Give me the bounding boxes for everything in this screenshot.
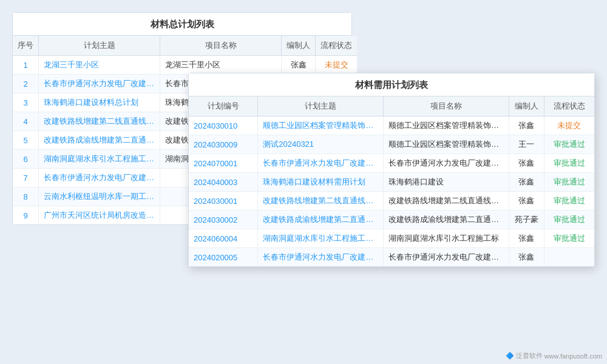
- table1-cell-seq: 5: [13, 131, 39, 150]
- watermark-name: 泛普软件: [516, 351, 543, 360]
- table2-cell-status: 审批通过: [544, 154, 594, 173]
- table1-cell-status: 未提交: [316, 56, 358, 75]
- table1-cell-project: 龙湖三千里小区: [160, 56, 282, 75]
- table2-row[interactable]: 2024060004 湖南洞庭湖水库引水工程施工标材料... 湖南洞庭湖水库引水…: [189, 229, 594, 248]
- table2-cell-editor: 张鑫: [509, 116, 544, 135]
- table1-cell-seq: 4: [13, 112, 39, 131]
- table1-cell-editor: 张鑫: [282, 56, 316, 75]
- table2-row[interactable]: 2024020005 长春市伊通河水力发电厂改建工程材... 长春市伊通河水力发…: [189, 248, 594, 267]
- table2-cell-project: 改建铁路成渝线增建第二直通线（成...: [384, 211, 509, 229]
- watermark-logo: 🔷: [506, 352, 514, 360]
- table2-row[interactable]: 2024030009 测试20240321 顺德工业园区档案管理精装饰工程（..…: [189, 135, 594, 154]
- table1-cell-theme[interactable]: 长春市伊通河水力发电厂改建工程材料总计划: [39, 169, 160, 187]
- table2-cell-editor: 张鑫: [509, 229, 544, 248]
- table2-cell-editor: 张鑫: [509, 173, 544, 192]
- table2-cell-project: 顺德工业园区档案管理精装饰工程（...: [384, 116, 509, 135]
- table2-cell-status: 审批通过: [544, 229, 594, 248]
- table2-cell-editor: 张鑫: [509, 248, 544, 267]
- table1-cell-seq: 7: [13, 169, 39, 187]
- table2-cell-no[interactable]: 2024040003: [189, 173, 258, 192]
- table2-header-project: 项目名称: [384, 96, 509, 116]
- watermark: 🔷 泛普软件 www.fanpusoft.com: [506, 351, 602, 360]
- table1-row[interactable]: 1 龙湖三千里小区 龙湖三千里小区 张鑫 未提交: [13, 56, 357, 75]
- table2-header-theme: 计划主题: [258, 96, 384, 116]
- table2-cell-theme[interactable]: 改建铁路线增建第二线直通线（成都...: [258, 192, 384, 211]
- table1-header-editor: 编制人: [282, 36, 316, 56]
- table2-cell-project: 珠海鹤港口建设: [384, 173, 509, 192]
- table2-cell-project: 长春市伊通河水力发电厂改建工程: [384, 154, 509, 173]
- table2-cell-status: [544, 248, 594, 267]
- table2-cell-theme[interactable]: 长春市伊通河水力发电厂改建工程合...: [258, 154, 384, 173]
- table1-cell-seq: 3: [13, 93, 39, 112]
- table1-cell-theme[interactable]: 龙湖三千里小区: [39, 56, 160, 75]
- table2-header-status: 流程状态: [544, 96, 594, 116]
- table1-cell-seq: 2: [13, 75, 39, 93]
- table1-header-theme: 计划主题: [39, 36, 160, 56]
- table1-header-project: 项目名称: [160, 36, 282, 56]
- table2-row[interactable]: 2024030010 顺德工业园区档案管理精装饰工程（... 顺德工业园区档案管…: [189, 116, 594, 135]
- table2-cell-theme[interactable]: 改建铁路成渝线增建第二直通线（成...: [258, 211, 384, 229]
- table2-header-editor: 编制人: [509, 96, 544, 116]
- table1-cell-seq: 1: [13, 56, 39, 75]
- table2-cell-theme[interactable]: 长春市伊通河水力发电厂改建工程材...: [258, 248, 384, 267]
- table2-header-no: 计划编号: [189, 96, 258, 116]
- table2-cell-project: 湖南洞庭湖水库引水工程施工标: [384, 229, 509, 248]
- table2-row[interactable]: 2024070001 长春市伊通河水力发电厂改建工程合... 长春市伊通河水力发…: [189, 154, 594, 173]
- table2-cell-theme[interactable]: 测试20240321: [258, 135, 384, 154]
- table1-cell-theme[interactable]: 改建铁路线增建第二线直通线（成都-西安）...: [39, 112, 160, 131]
- table2-title: 材料需用计划列表: [189, 73, 594, 96]
- table2-cell-project: 顺德工业园区档案管理精装饰工程（...: [384, 135, 509, 154]
- table2-header-row: 计划编号 计划主题 项目名称 编制人 流程状态: [189, 96, 594, 116]
- table2-cell-project: 长春市伊通河水力发电厂改建工程: [384, 248, 509, 267]
- table2-cell-no[interactable]: 2024060004: [189, 229, 258, 248]
- table2-cell-no[interactable]: 2024030002: [189, 211, 258, 229]
- table1-cell-theme[interactable]: 广州市天河区统计局机房改造项目材料总计划: [39, 206, 160, 225]
- table1-cell-theme[interactable]: 改建铁路成渝线增建第二直通线（成渝枢纽...: [39, 131, 160, 150]
- table2-cell-no[interactable]: 2024030009: [189, 135, 258, 154]
- table2-cell-theme[interactable]: 湖南洞庭湖水库引水工程施工标材料...: [258, 229, 384, 248]
- table2-row[interactable]: 2024030002 改建铁路成渝线增建第二直通线（成... 改建铁路成渝线增建…: [189, 211, 594, 229]
- table1-header-row: 序号 计划主题 项目名称 编制人 流程状态: [13, 36, 357, 56]
- table2-cell-editor: 苑子豪: [509, 211, 544, 229]
- table2-cell-status: 未提交: [544, 116, 594, 135]
- table2-cell-no[interactable]: 2024030010: [189, 116, 258, 135]
- table1-cell-theme[interactable]: 云南水利枢纽温明水库一期工程施工标材料...: [39, 187, 160, 206]
- material-demand-plan-panel: 材料需用计划列表 计划编号 计划主题 项目名称 编制人 流程状态 2024030…: [188, 73, 595, 267]
- table2-cell-status: 审批通过: [544, 173, 594, 192]
- table2-cell-editor: 王一: [509, 135, 544, 154]
- table2-row[interactable]: 2024040003 珠海鹤港口建设材料需用计划 珠海鹤港口建设 张鑫 审批通过: [189, 173, 594, 192]
- table1-cell-seq: 6: [13, 150, 39, 169]
- table2-cell-project: 改建铁路线增建第二线直通线（成都...: [384, 192, 509, 211]
- table1-cell-theme[interactable]: 珠海鹤港口建设材料总计划: [39, 93, 160, 112]
- table1-header-status: 流程状态: [316, 36, 358, 56]
- table1-cell-theme[interactable]: 湖南洞庭湖水库引水工程施工标材料总计划: [39, 150, 160, 169]
- table1-cell-theme[interactable]: 长春市伊通河水力发电厂改建工程合同材料...: [39, 75, 160, 93]
- table2-cell-status: 审批通过: [544, 135, 594, 154]
- table1-cell-seq: 9: [13, 206, 39, 225]
- table2-cell-theme[interactable]: 顺德工业园区档案管理精装饰工程（...: [258, 116, 384, 135]
- table2-cell-no[interactable]: 2024020005: [189, 248, 258, 267]
- table2-cell-status: 审批通过: [544, 192, 594, 211]
- table2-cell-no[interactable]: 2024070001: [189, 154, 258, 173]
- table1-title: 材料总计划列表: [13, 13, 351, 36]
- watermark-url: www.fanpusoft.com: [544, 352, 602, 360]
- table1-cell-seq: 8: [13, 187, 39, 206]
- table2-cell-theme[interactable]: 珠海鹤港口建设材料需用计划: [258, 173, 384, 192]
- table2-table: 计划编号 计划主题 项目名称 编制人 流程状态 2024030010 顺德工业园…: [189, 96, 594, 266]
- table2-cell-editor: 张鑫: [509, 154, 544, 173]
- table2-cell-status: 审批通过: [544, 211, 594, 229]
- table2-row[interactable]: 2024030001 改建铁路线增建第二线直通线（成都... 改建铁路线增建第二…: [189, 192, 594, 211]
- table2-cell-editor: 张鑫: [509, 192, 544, 211]
- table2-cell-no[interactable]: 2024030001: [189, 192, 258, 211]
- table1-header-seq: 序号: [13, 36, 39, 56]
